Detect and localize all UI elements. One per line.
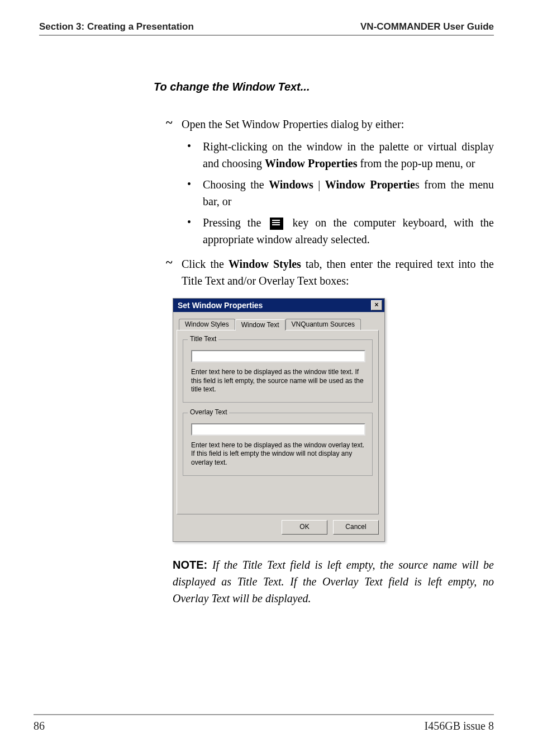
tab-strip: Window Styles Window Text VNQuantum Sour… [179,319,382,330]
title-text-input[interactable] [191,350,365,362]
note-label: NOTE: [173,559,207,571]
text-run: Click the [182,258,229,270]
bold-run: Window Propertie [325,178,415,191]
bullet-2-text: Choosing the Windows | Window Properties… [203,176,494,210]
bullet-1: • Right-clicking on the window in the pa… [187,138,494,172]
close-button[interactable]: × [371,300,382,310]
tab-window-text[interactable]: Window Text [235,319,285,330]
bullet-marker: • [187,176,203,192]
cancel-button[interactable]: Cancel [333,520,379,535]
procedure-heading: To change the Window Text... [154,81,494,93]
dialog-button-row: OK Cancel [173,520,384,541]
title-text-group: Title Text Enter text here to be display… [183,339,373,403]
overlay-text-input[interactable] [191,423,365,436]
tab-vnquantum-sources[interactable]: VNQuantum Sources [285,319,361,330]
main-content: To change the Window Text... ~ Open the … [154,81,494,607]
bullet-marker: • [187,214,203,230]
header-left: Section 3: Creating a Presentation [39,21,194,32]
bullet-3: • Pressing the key on the computer keybo… [187,214,494,248]
step-1: ~ Open the Set Window Properties dialog … [166,116,494,133]
overlay-text-help: Enter text here to be displayed as the w… [191,441,365,467]
text-run: Choosing the [203,178,269,191]
tilde-marker: ~ [166,116,182,129]
bullet-3-text: Pressing the key on the computer keyboar… [203,214,494,248]
step-2-text: Click the Window Styles tab, then enter … [182,256,494,289]
bold-run: Windows [269,178,313,191]
text-run: | [313,178,325,191]
tab-panel: Title Text Enter text here to be display… [177,330,379,514]
overlay-text-group: Overlay Text Enter text here to be displ… [183,413,373,476]
bullet-2: • Choosing the Windows | Window Properti… [187,176,494,210]
bullet-1-text: Right-clicking on the window in the pale… [203,138,494,172]
title-text-help: Enter text here to be displayed as the w… [191,368,365,394]
tilde-marker: ~ [166,256,182,269]
ok-button[interactable]: OK [282,520,327,535]
dialog-screenshot: Set Window Properties × Window Styles Wi… [173,298,384,542]
note-paragraph: NOTE: If the Title Text field is left em… [173,556,494,607]
issue-text: I456GB issue 8 [425,720,494,733]
group-label-overlay: Overlay Text [188,408,229,416]
dialog-title: Set Window Properties [178,301,263,310]
group-label-title: Title Text [188,335,218,343]
properties-keyboard-icon [270,218,283,230]
step-2: ~ Click the Window Styles tab, then ente… [166,256,494,289]
tab-window-styles[interactable]: Window Styles [179,319,235,330]
page-footer: 86 I456GB issue 8 [34,714,494,733]
page-number: 86 [34,720,45,733]
bullet-list: • Right-clicking on the window in the pa… [187,138,494,248]
dialog-titlebar: Set Window Properties × [173,299,384,312]
page-header: Section 3: Creating a Presentation VN-CO… [39,21,494,36]
header-right: VN-COMMANDER User Guide [360,21,494,32]
bold-run: Window Styles [229,258,301,270]
step-1-text: Open the Set Window Properties dialog by… [182,116,404,133]
bullet-marker: • [187,138,203,154]
bold-run: Window Properties [265,157,357,169]
text-run: from the pop-up menu, or [357,157,475,169]
text-run: Pressing the [203,216,268,229]
note-body: If the Title Text field is left empty, t… [173,559,494,604]
document-page: Section 3: Creating a Presentation VN-CO… [0,0,533,756]
set-window-properties-dialog: Set Window Properties × Window Styles Wi… [173,298,385,542]
